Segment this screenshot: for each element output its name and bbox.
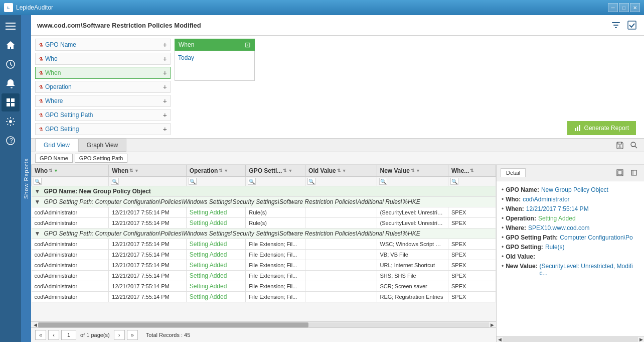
filter-where-add[interactable]: +: [163, 97, 167, 105]
detail-field-gpo-path: • GPO Setting Path: Computer Configurati…: [502, 234, 639, 241]
col-header-when[interactable]: When ⇅ ▼: [109, 165, 186, 177]
view-tabs-left: Grid View Graph View: [35, 139, 126, 152]
svg-rect-11: [628, 21, 636, 29]
cell-new: SCR; Screen saver: [377, 281, 448, 292]
filter-where-label: Where: [45, 97, 63, 104]
sidebar-icons: ?: [0, 15, 21, 342]
detail-settings-icon[interactable]: [628, 167, 640, 179]
restore-button[interactable]: □: [619, 3, 629, 12]
table-row[interactable]: cod\Administrator 12/21/2017 7:55:14 PM …: [32, 292, 496, 302]
filter-gpo-name[interactable]: ⚗ GPO Name +: [35, 39, 171, 51]
grid-scroll-area[interactable]: Who ⇅ ▼ When ⇅ ▼: [31, 165, 496, 321]
search-icon[interactable]: [628, 139, 640, 151]
minimize-button[interactable]: ─: [608, 3, 618, 12]
search-op[interactable]: 🔍: [186, 177, 246, 186]
sidebar-settings[interactable]: [2, 112, 20, 131]
col-tag-gpo-path[interactable]: GPO Setting Path: [75, 154, 127, 163]
search-when[interactable]: 🔍: [109, 177, 186, 186]
sidebar-reports[interactable]: [2, 55, 20, 73]
cell-when: 12/21/2017 7:55:14 PM: [109, 250, 186, 260]
filter-gpo-path[interactable]: ⚗ GPO Setting Path +: [35, 109, 171, 121]
col-header-new-value[interactable]: New Value ⇅ ▼: [377, 165, 448, 177]
col-header-where[interactable]: Whe... ⇅: [448, 165, 496, 177]
col-header-operation[interactable]: Operation ⇅ ▼: [186, 165, 246, 177]
table-row[interactable]: cod\Administrator 12/21/2017 7:55:14 PM …: [32, 239, 496, 250]
filter-gpo-name-label: GPO Name: [45, 41, 76, 48]
filter-when[interactable]: ⚗ When +: [35, 67, 171, 79]
subgroup-label-2: ▼ GPO Setting Path: Computer Configurati…: [32, 229, 496, 239]
when-card-header[interactable]: When ⊡: [175, 39, 255, 51]
filter-icon[interactable]: [610, 19, 622, 31]
sidebar-help[interactable]: ?: [2, 132, 20, 150]
detail-scroll-right[interactable]: ▶: [638, 337, 644, 342]
cell-where: SPEX: [448, 218, 496, 229]
search-old[interactable]: 🔍: [305, 177, 377, 186]
subgroup-row-2: ▼ GPO Setting Path: Computer Configurati…: [32, 229, 496, 239]
col-header-gpo[interactable]: GPO Setti... ⇅ ▼: [246, 165, 305, 177]
cell-who: cod\Administrator: [32, 250, 109, 260]
cell-gpo: Rule(s): [246, 207, 305, 218]
table-row[interactable]: cod\Administrator 12/21/2017 7:55:14 PM …: [32, 281, 496, 292]
header-bar: www.cod.com\Software Restriction Policie…: [31, 15, 644, 36]
page-number-input[interactable]: [61, 330, 76, 340]
cell-who: cod\Administrator: [32, 218, 109, 229]
sort-icon-gpo: ⇅: [283, 168, 287, 173]
tab-grid-view[interactable]: Grid View: [35, 139, 78, 152]
when-card-close[interactable]: ⊡: [245, 41, 251, 49]
show-reports-label: Show Reports: [23, 158, 29, 199]
detail-field-where: • Where: SPEX10.www.cod.com: [502, 224, 639, 232]
main-container: ? Show Reports www.cod.com\Software Rest…: [0, 15, 644, 342]
sidebar-alerts[interactable]: [2, 74, 20, 92]
when-panel: When ⊡ Today: [175, 39, 255, 81]
show-reports-tab[interactable]: Show Reports: [21, 15, 31, 342]
filter-path-add[interactable]: +: [163, 111, 167, 119]
detail-h-scroll[interactable]: ◀ ▶: [497, 336, 644, 342]
page-last-button[interactable]: »: [127, 330, 138, 340]
horizontal-scrollbar[interactable]: ◀ ▶: [31, 321, 496, 327]
search-who[interactable]: 🔍: [32, 177, 109, 186]
page-first-button[interactable]: «: [35, 330, 46, 340]
filter-who-add[interactable]: +: [163, 55, 167, 63]
table-row[interactable]: cod\Administrator 12/21/2017 7:55:14 PM …: [32, 260, 496, 271]
search-where[interactable]: 🔍: [448, 177, 496, 186]
detail-scroll-left[interactable]: ◀: [497, 337, 503, 342]
table-row[interactable]: cod\Administrator 12/21/2017 7:55:14 PM …: [32, 250, 496, 260]
title-bar-controls[interactable]: ─ □ ✕: [608, 3, 640, 12]
table-row[interactable]: cod\Administrator 12/21/2017 7:55:14 PM …: [32, 218, 496, 229]
filter-gpo-name-add[interactable]: +: [163, 41, 167, 49]
search-gpo[interactable]: 🔍: [246, 177, 305, 186]
sidebar-grid[interactable]: [2, 93, 20, 111]
table-row[interactable]: cod\Administrator 12/21/2017 7:55:14 PM …: [32, 207, 496, 218]
filter-operation-add[interactable]: +: [163, 83, 167, 91]
filter-where[interactable]: ⚗ Where +: [35, 95, 171, 107]
detail-header: Detail: [497, 165, 644, 181]
detail-expand-icon[interactable]: [614, 167, 626, 179]
filter-who[interactable]: ⚗ Who +: [35, 53, 171, 65]
scroll-left-arrow[interactable]: ◀: [32, 322, 38, 327]
search-new[interactable]: 🔍: [377, 177, 448, 186]
filter-gpo-setting[interactable]: ⚗ GPO Setting +: [35, 123, 171, 135]
save-icon[interactable]: [614, 139, 626, 151]
filter-operation[interactable]: ⚗ Operation +: [35, 81, 171, 93]
scroll-thumb[interactable]: [38, 322, 308, 327]
col-header-old-value[interactable]: Old Value ⇅ ▼: [305, 165, 377, 177]
data-table: Who ⇅ ▼ When ⇅ ▼: [31, 165, 496, 302]
table-row[interactable]: cod\Administrator 12/21/2017 7:55:14 PM …: [32, 271, 496, 281]
funnel-icon: ⚗: [39, 42, 43, 48]
detail-tab[interactable]: Detail: [501, 168, 526, 177]
page-prev-button[interactable]: ‹: [48, 330, 59, 340]
sidebar-home[interactable]: [2, 36, 20, 54]
col-tag-gpo-name[interactable]: GPO Name: [35, 154, 73, 163]
page-next-button[interactable]: ›: [114, 330, 125, 340]
generate-report-button[interactable]: Generate Report: [567, 121, 636, 135]
filter-setting-add[interactable]: +: [163, 125, 167, 133]
sidebar-menu[interactable]: [2, 17, 20, 35]
scroll-right-arrow[interactable]: ▶: [489, 322, 495, 327]
subgroup-label-1: ▼ GPO Setting Path: Computer Configurati…: [32, 197, 496, 207]
check-icon[interactable]: [626, 19, 638, 31]
cell-when: 12/21/2017 7:55:14 PM: [109, 271, 186, 281]
close-button[interactable]: ✕: [630, 3, 640, 12]
tab-graph-view[interactable]: Graph View: [78, 139, 126, 152]
col-header-who[interactable]: Who ⇅ ▼: [32, 165, 109, 177]
filter-when-add[interactable]: +: [163, 69, 167, 77]
